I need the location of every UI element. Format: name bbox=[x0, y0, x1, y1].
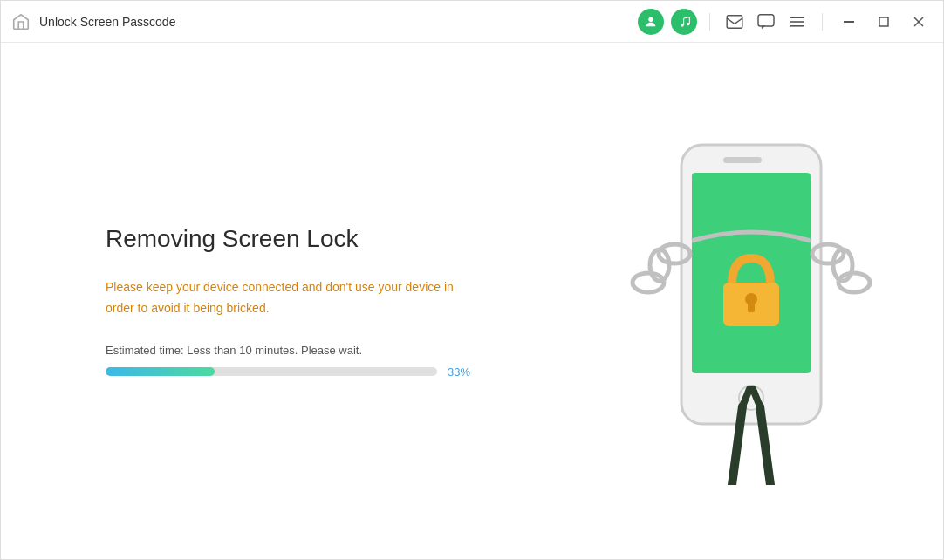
progress-container: 33% bbox=[106, 365, 542, 379]
toolbar-separator bbox=[709, 13, 710, 31]
estimated-time-label: Estimated time: Less than 10 minutes. Pl… bbox=[106, 344, 542, 357]
svg-point-2 bbox=[687, 23, 689, 25]
close-button[interactable] bbox=[905, 10, 933, 34]
svg-rect-3 bbox=[727, 15, 742, 27]
svg-rect-9 bbox=[879, 17, 888, 26]
phone-svg bbox=[629, 119, 873, 485]
titlebar-left: Unlock Screen Passcode bbox=[11, 12, 175, 31]
svg-point-0 bbox=[648, 17, 653, 21]
svg-rect-8 bbox=[844, 21, 854, 23]
svg-rect-14 bbox=[723, 157, 762, 163]
titlebar-right bbox=[638, 1, 933, 42]
left-panel: Removing Screen Lock Please keep your de… bbox=[106, 225, 542, 379]
titlebar: Unlock Screen Passcode bbox=[1, 1, 943, 43]
phone-illustration bbox=[629, 119, 873, 485]
mail-icon[interactable] bbox=[722, 10, 747, 34]
menu-icon[interactable] bbox=[785, 10, 810, 34]
titlebar-title: Unlock Screen Passcode bbox=[39, 15, 175, 29]
main-heading: Removing Screen Lock bbox=[106, 225, 542, 253]
warning-text: Please keep your device connected and do… bbox=[106, 277, 481, 319]
svg-rect-24 bbox=[748, 302, 755, 312]
svg-rect-4 bbox=[758, 14, 774, 25]
svg-rect-13 bbox=[692, 173, 811, 373]
chat-icon[interactable] bbox=[754, 10, 778, 34]
maximize-button[interactable] bbox=[870, 10, 898, 34]
titlebar-icons bbox=[638, 9, 933, 35]
home-icon[interactable] bbox=[11, 12, 31, 31]
main-content: Removing Screen Lock Please keep your de… bbox=[1, 43, 943, 560]
window-separator bbox=[822, 13, 823, 31]
progress-bar-background bbox=[106, 367, 437, 376]
progress-percent: 33% bbox=[448, 365, 470, 379]
progress-bar-fill bbox=[106, 367, 215, 376]
minimize-button[interactable] bbox=[835, 10, 863, 34]
music-icon[interactable] bbox=[671, 9, 697, 35]
user-profile-icon[interactable] bbox=[638, 9, 664, 35]
